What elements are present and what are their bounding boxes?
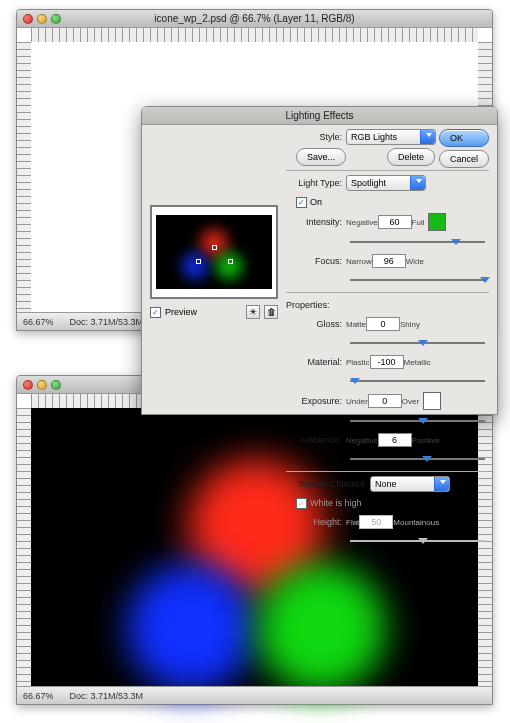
delete-button[interactable]: Delete [387,148,435,166]
light-handle[interactable] [228,259,233,264]
on-checkbox[interactable]: ✓ [296,197,307,208]
intensity-high: Full [412,218,425,227]
preview-label: Preview [165,307,197,317]
document-title: icone_wp_2.psd @ 66.7% (Layer 11, RGB/8) [17,13,492,24]
ambience-color-swatch[interactable] [423,392,441,410]
vertical-ruler-left[interactable] [17,408,31,686]
vertical-ruler-left[interactable] [17,42,31,312]
exposure-field[interactable]: 0 [368,394,402,408]
dialog-action-buttons: OK Cancel [439,129,489,168]
focus-field[interactable]: 96 [372,254,406,268]
ambience-field[interactable]: 6 [378,433,412,447]
window-titlebar[interactable]: icone_wp_2.psd @ 66.7% (Layer 11, RGB/8) [17,10,492,28]
green-spotlight [241,548,401,708]
zoom-level[interactable]: 66.67% [23,691,54,701]
light-handle[interactable] [196,259,201,264]
zoom-button[interactable] [51,380,61,390]
focus-high: Wide [406,257,424,266]
style-label: Style: [286,132,346,142]
doc-size: Doc: 3.71M/53.3M [70,691,144,701]
exposure-slider[interactable] [350,418,485,424]
ambience-label: Ambience: [286,435,346,445]
ambience-slider[interactable] [350,456,485,462]
material-field[interactable]: -100 [370,355,404,369]
focus-label: Focus: [286,256,346,266]
height-label: Height: [286,517,346,527]
light-type-popup[interactable]: Spotlight [346,175,426,191]
intensity-low: Negative [346,218,378,227]
material-slider[interactable] [350,378,485,384]
light-type-label: Light Type: [286,178,346,188]
intensity-field[interactable]: 60 [378,215,412,229]
new-light-button[interactable]: ☀ [246,305,260,319]
intensity-label: Intensity: [286,217,346,227]
properties-label: Properties: [286,300,346,310]
gloss-slider[interactable] [350,340,485,346]
gloss-label: Gloss: [286,319,346,329]
lighting-preview[interactable] [150,205,278,299]
height-slider [350,538,485,544]
light-color-swatch[interactable] [428,213,446,231]
dialog-titlebar[interactable]: Lighting Effects [142,107,497,125]
preview-canvas [156,215,272,289]
traffic-lights [23,380,61,390]
texture-channel-label: Texture Channel: [286,479,370,489]
focus-low: Narrow [346,257,372,266]
style-popup[interactable]: RGB Lights [346,129,436,145]
intensity-slider[interactable] [350,239,485,245]
preview-checkbox[interactable]: ✓ [150,307,161,318]
texture-channel-popup[interactable]: None [370,476,450,492]
doc-size: Doc: 3.71M/53.3M [70,317,144,327]
white-is-high-checkbox: ✓ [296,498,307,509]
preview-green-light [208,245,250,287]
white-is-high-label: White is high [310,498,366,508]
save-button[interactable]: Save... [296,148,346,166]
light-handle[interactable] [212,245,217,250]
focus-slider[interactable] [350,277,485,283]
status-bar: 66.67% Doc: 3.71M/53.3M [17,686,492,704]
preview-controls: ✓ Preview ☀ 🗑 [150,305,278,319]
lighting-effects-dialog: Lighting Effects ✓ Preview ☀ 🗑 OK [141,106,498,415]
dialog-title: Lighting Effects [142,110,497,121]
ok-button[interactable]: OK [439,129,489,147]
horizontal-ruler[interactable] [31,28,478,42]
exposure-label: Exposure: [286,396,346,406]
material-label: Material: [286,357,346,367]
height-field: 50 [359,515,393,529]
zoom-level[interactable]: 66.67% [23,317,54,327]
on-label: On [310,197,322,207]
close-button[interactable] [23,380,33,390]
minimize-button[interactable] [37,380,47,390]
gloss-field[interactable]: 0 [366,317,400,331]
trash-button[interactable]: 🗑 [264,305,278,319]
cancel-button[interactable]: Cancel [439,150,489,168]
